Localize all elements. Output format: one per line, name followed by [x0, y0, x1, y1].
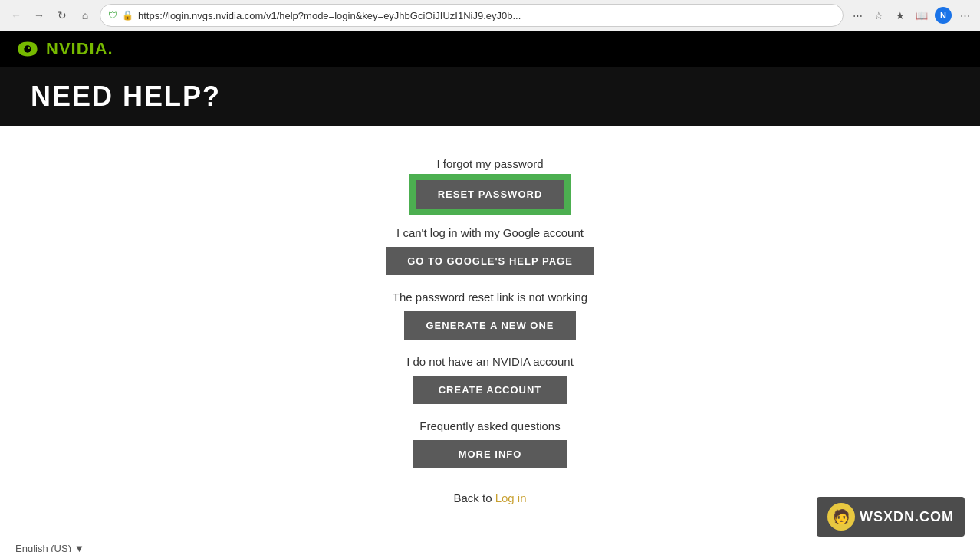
toolbar-icons: ⋯ ☆ ★ 📖 N ⋯	[848, 6, 974, 25]
more-tools-icon[interactable]: ⋯	[955, 6, 974, 25]
google-account-label: I can't log in with my Google account	[396, 226, 584, 239]
language-selector[interactable]: English (US) ▼	[15, 543, 84, 552]
reset-password-button[interactable]: RESET PASSWORD	[413, 178, 567, 211]
collections-icon[interactable]: ☆	[870, 6, 888, 25]
help-item-reset-password: I forgot my password RESET PASSWORD	[298, 157, 682, 211]
watermark-text: WSXDN.COM	[860, 509, 954, 525]
dropdown-arrow-icon: ▼	[74, 543, 84, 552]
page-title-bar: NEED HELP?	[0, 67, 980, 127]
create-account-button[interactable]: CREATE ACCOUNT	[413, 376, 567, 404]
back-button[interactable]: ←	[6, 5, 26, 25]
refresh-button[interactable]: ↻	[52, 5, 72, 25]
watermark-character: 🧑	[827, 503, 855, 531]
svg-point-0	[24, 45, 31, 52]
forgot-password-label: I forgot my password	[436, 157, 543, 170]
url-text: https://login.nvgs.nvidia.com/v1/help?mo…	[138, 10, 835, 21]
language-label: English (US)	[15, 543, 71, 552]
home-button[interactable]: ⌂	[75, 5, 95, 25]
nvidia-brand-header: NVIDIA.	[0, 31, 980, 67]
profile-icon[interactable]: N	[934, 6, 952, 25]
browser-toolbar: ← → ↻ ⌂ 🛡 🔒 https://login.nvgs.nvidia.co…	[0, 0, 980, 31]
profile-avatar: N	[935, 7, 952, 24]
back-to-text: Back to	[453, 491, 495, 504]
google-help-button[interactable]: GO TO GOOGLE'S HELP PAGE	[386, 247, 594, 275]
lock-icon: 🔒	[122, 10, 133, 21]
forward-button[interactable]: →	[29, 5, 49, 25]
help-item-reset-link: The password reset link is not working G…	[298, 291, 682, 340]
login-link[interactable]: Log in	[495, 491, 527, 504]
nvidia-logo: NVIDIA.	[15, 39, 113, 59]
watermark: 🧑 WSXDN.COM	[817, 497, 965, 537]
help-item-create-account: I do not have an NVIDIA account CREATE A…	[298, 355, 682, 404]
page-footer: English (US) ▼	[0, 535, 980, 552]
address-bar[interactable]: 🛡 🔒 https://login.nvgs.nvidia.com/v1/hel…	[100, 4, 844, 27]
help-section: I forgot my password RESET PASSWORD I ca…	[298, 157, 682, 504]
browser-chrome: ← → ↻ ⌂ 🛡 🔒 https://login.nvgs.nvidia.co…	[0, 0, 980, 31]
back-to-login: Back to Log in	[453, 491, 526, 504]
reset-link-label: The password reset link is not working	[393, 291, 587, 304]
nvidia-eye-logo	[15, 41, 40, 58]
nvidia-logo-text: NVIDIA.	[46, 39, 113, 59]
generate-new-button[interactable]: GENERATE A NEW ONE	[404, 311, 575, 340]
favorites-icon[interactable]: ★	[891, 6, 909, 25]
faq-label: Frequently asked questions	[419, 419, 560, 432]
svg-point-1	[28, 47, 30, 49]
shield-icon: 🛡	[108, 10, 117, 21]
more-info-button[interactable]: MORE INFO	[413, 440, 567, 468]
page-title: NEED HELP?	[31, 80, 949, 113]
help-item-google: I can't log in with my Google account GO…	[298, 226, 682, 275]
help-item-faq: Frequently asked questions MORE INFO	[298, 419, 682, 468]
main-content: I forgot my password RESET PASSWORD I ca…	[0, 127, 980, 535]
extensions-icon[interactable]: ⋯	[848, 6, 867, 25]
nav-buttons: ← → ↻ ⌂	[6, 5, 95, 25]
no-account-label: I do not have an NVIDIA account	[406, 355, 574, 368]
reading-icon[interactable]: 📖	[913, 6, 931, 25]
